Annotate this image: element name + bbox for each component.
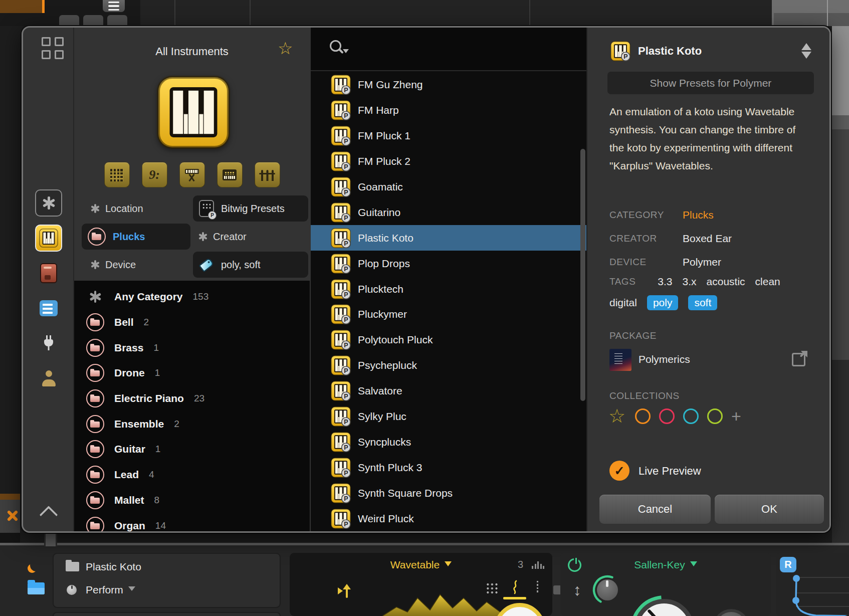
type-button-drum-pads[interactable]	[104, 162, 130, 187]
previous-preset-icon[interactable]	[801, 38, 811, 50]
grid-view-icon[interactable]	[42, 37, 65, 60]
scatter-icon[interactable]	[485, 582, 498, 594]
category-row[interactable]: Mallet 8	[74, 488, 310, 513]
package-artwork[interactable]	[609, 349, 631, 371]
category-field-value[interactable]: Plucks	[683, 209, 714, 221]
category-row[interactable]: Electric Piano 23	[74, 386, 310, 412]
preset-row[interactable]: Synth Pluck 3	[311, 455, 586, 480]
preset-row[interactable]: Plastic Koto	[311, 225, 586, 251]
filter-creator[interactable]: Creator	[202, 224, 247, 250]
preset-row[interactable]: Synth Square Drops	[311, 480, 586, 506]
type-button-keyboard[interactable]	[179, 162, 205, 187]
filter-tags[interactable]: poly, soft	[193, 252, 308, 278]
preset-row[interactable]: FM Pluck 1	[311, 123, 586, 149]
preset-row[interactable]: Plucktech	[311, 276, 586, 302]
package-name[interactable]: Polymerics	[639, 353, 690, 365]
preset-row[interactable]: Pluckymer	[311, 302, 586, 327]
rail-button-user-content[interactable]	[35, 365, 62, 392]
filter-resonance-knob[interactable]	[713, 609, 749, 616]
scrollbar-thumb[interactable]	[580, 149, 585, 401]
collection-circle-icon[interactable]	[683, 408, 699, 424]
rail-button-effects[interactable]	[35, 260, 62, 287]
collection-circle-icon[interactable]	[659, 408, 675, 424]
wavetable-title-select[interactable]: Wavetable	[290, 559, 552, 571]
show-presets-button[interactable]: Show Presets for Polymer	[607, 72, 814, 94]
type-button-bass-clef[interactable]: 9:	[142, 162, 167, 187]
track-button[interactable]	[83, 15, 103, 26]
filter-preset-source[interactable]: Bitwig Presets	[193, 195, 308, 222]
tag-chip[interactable]: 3.3	[658, 274, 672, 289]
preset-row[interactable]: Sylky Pluc	[311, 404, 586, 430]
rail-button-plugins[interactable]	[35, 330, 62, 357]
clip-block[interactable]	[0, 0, 45, 13]
next-preset-icon[interactable]	[801, 52, 811, 64]
tag-chip[interactable]: acoustic	[707, 274, 745, 289]
wavetable-graphic[interactable]	[382, 592, 508, 616]
unison-count[interactable]: 3	[518, 559, 523, 570]
preset-row[interactable]: Plop Drops	[311, 251, 586, 276]
preset-row[interactable]: Psychepluck	[311, 353, 586, 378]
squiggle-icon[interactable]	[511, 580, 519, 595]
knob-icon	[67, 585, 77, 595]
retrigger-icon[interactable]	[338, 581, 355, 598]
device-preset-name[interactable]: Plastic Koto	[86, 561, 141, 573]
track-button[interactable]	[107, 15, 127, 26]
preset-row[interactable]: FM Pluck 2	[311, 149, 586, 174]
track-button[interactable]	[59, 15, 79, 26]
collapse-button[interactable]	[37, 502, 60, 523]
star-icon[interactable]: ☆	[278, 40, 293, 57]
category-row[interactable]: Any Category 153	[74, 284, 310, 310]
preset-row[interactable]: FM Harp	[311, 98, 586, 123]
type-button-drum-machine[interactable]	[217, 162, 243, 187]
creator-field-value[interactable]: Boxed Ear	[683, 233, 732, 245]
category-row[interactable]: Bell 2	[74, 310, 310, 335]
live-preview-checkbox[interactable]: ✓	[609, 461, 629, 481]
external-link-icon[interactable]	[792, 351, 807, 366]
search-icon[interactable]	[330, 40, 350, 59]
preset-row[interactable]: FM Gu Zheng	[311, 72, 586, 98]
collection-circle-icon[interactable]	[707, 408, 723, 424]
dotted-line-icon[interactable]	[537, 581, 539, 594]
preset-row[interactable]: Guitarino	[311, 199, 586, 225]
menu-icon[interactable]	[103, 0, 125, 12]
add-collection-icon[interactable]: +	[731, 408, 741, 424]
filter-device[interactable]: Device	[94, 252, 136, 278]
device-mode-select[interactable]: Perform	[86, 584, 135, 596]
tag-chip[interactable]: poly	[647, 295, 679, 310]
filter-location[interactable]: Location	[94, 195, 143, 222]
browser-folder-icon[interactable]	[28, 582, 45, 594]
preset-row[interactable]: Polytouch Pluck	[311, 327, 586, 353]
category-row[interactable]: Lead 4	[74, 462, 310, 488]
tag-chip[interactable]: digital	[609, 295, 637, 310]
category-row[interactable]: Guitar 1	[74, 437, 310, 462]
close-icon[interactable]	[5, 508, 20, 523]
category-row[interactable]: Ensemble 2	[74, 411, 310, 437]
type-button-percussion[interactable]	[255, 162, 280, 187]
preset-row[interactable]: Syncplucks	[311, 429, 586, 455]
rail-button-clips[interactable]	[35, 295, 62, 322]
cancel-button[interactable]: Cancel	[599, 495, 711, 524]
category-row[interactable]: Drone 1	[74, 360, 310, 386]
filter-cutoff-knob[interactable]	[634, 599, 694, 616]
filter-title-select[interactable]: Sallen-Key	[560, 559, 771, 571]
category-row[interactable]: Brass 1	[74, 335, 310, 360]
rail-button-any-source[interactable]	[35, 189, 62, 217]
search-input[interactable]: ✕	[311, 28, 586, 71]
filter-category[interactable]: Plucks	[82, 224, 190, 250]
preset-row[interactable]: Weird Pluck	[311, 506, 586, 531]
preset-row[interactable]: Goamatic	[311, 174, 586, 200]
device-field-value[interactable]: Polymer	[683, 256, 721, 268]
tag-chip[interactable]: soft	[688, 295, 717, 310]
favorite-star-icon[interactable]: ☆	[608, 406, 625, 426]
category-row[interactable]: Organ 14	[74, 513, 310, 533]
moon-icon[interactable]	[30, 559, 42, 571]
up-down-arrow-icon[interactable]: ↕	[573, 582, 581, 598]
filter-drive-knob[interactable]	[591, 574, 623, 606]
tag-chip[interactable]: 3.x	[683, 274, 697, 289]
rail-button-instruments[interactable]	[35, 225, 62, 252]
envelope-graph[interactable]	[776, 553, 849, 616]
collection-circle-icon[interactable]	[635, 408, 651, 424]
ok-button[interactable]: OK	[715, 495, 824, 524]
preset-row[interactable]: Salvatore	[311, 378, 586, 404]
tag-chip[interactable]: clean	[755, 274, 780, 289]
